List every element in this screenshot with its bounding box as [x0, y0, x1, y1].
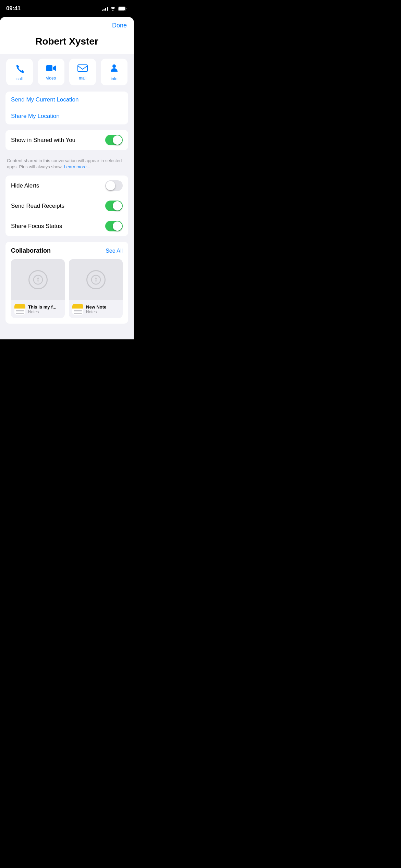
signal-icon: [102, 7, 108, 11]
svg-marker-11: [95, 280, 97, 283]
share-focus-status-row: Share Focus Status: [5, 216, 128, 236]
shared-with-you-label: Show in Shared with You: [11, 137, 75, 144]
home-bar: [44, 342, 90, 344]
collab-item-1-title: This is my f...: [28, 304, 61, 310]
shared-with-you-row: Show in Shared with You: [5, 130, 128, 150]
svg-marker-7: [37, 276, 39, 280]
video-button[interactable]: video: [38, 59, 64, 85]
phone-icon: [15, 63, 24, 74]
collab-info-1: This is my f... Notes: [11, 300, 65, 318]
send-location-button[interactable]: Send My Current Location: [5, 92, 128, 108]
info-button[interactable]: info: [101, 59, 127, 85]
info-label: info: [111, 76, 117, 81]
info-person-icon: [109, 63, 119, 74]
collab-item-2[interactable]: New Note Notes: [69, 259, 123, 318]
done-button[interactable]: Done: [112, 22, 127, 29]
battery-icon: [118, 7, 127, 11]
collaboration-section: Collaboration See All: [5, 242, 128, 324]
video-icon: [46, 64, 56, 74]
collaboration-title: Collaboration: [11, 247, 51, 254]
collab-item-1[interactable]: This is my f... Notes: [11, 259, 65, 318]
collab-preview-2: [69, 259, 123, 300]
status-bar: 09:41: [0, 0, 134, 17]
compass-icon-2: [86, 270, 106, 289]
call-label: call: [16, 76, 23, 81]
send-read-receipts-toggle[interactable]: [105, 201, 123, 211]
svg-point-5: [112, 64, 116, 68]
svg-rect-3: [46, 65, 52, 71]
sheet-header: Done: [0, 17, 134, 34]
collab-info-2: New Note Notes: [69, 300, 123, 318]
notes-app-icon-2: [72, 304, 83, 315]
sheet-container: Done Robert Xyster call video: [0, 17, 134, 339]
collab-item-2-title: New Note: [86, 304, 119, 310]
video-label: video: [46, 76, 56, 81]
collab-item-1-app: Notes: [28, 310, 61, 314]
collab-preview-1: [11, 259, 65, 300]
call-button[interactable]: call: [6, 59, 33, 85]
wifi-icon: [110, 7, 116, 11]
svg-marker-10: [95, 276, 97, 280]
location-section: Send My Current Location Share My Locati…: [5, 92, 128, 124]
svg-point-0: [112, 10, 113, 11]
settings-section: Hide Alerts Send Read Receipts Share Foc…: [5, 176, 128, 236]
share-focus-status-toggle[interactable]: [105, 221, 123, 231]
svg-rect-4: [78, 65, 87, 72]
status-icons: [102, 7, 127, 11]
hide-alerts-row: Hide Alerts: [5, 176, 128, 196]
learn-more-link[interactable]: Learn more...: [64, 164, 90, 169]
collaboration-header: Collaboration See All: [11, 247, 123, 254]
contact-name: Robert Xyster: [0, 34, 134, 54]
hide-alerts-label: Hide Alerts: [11, 182, 39, 189]
status-time: 09:41: [6, 5, 21, 12]
compass-icon-1: [28, 270, 48, 289]
mail-label: mail: [79, 76, 86, 81]
svg-marker-8: [37, 280, 39, 283]
see-all-button[interactable]: See All: [106, 248, 123, 254]
collaboration-items: This is my f... Notes: [11, 259, 123, 318]
shared-with-you-section: Show in Shared with You: [5, 130, 128, 150]
shared-with-you-helper: Content shared in this conversation will…: [0, 156, 134, 176]
send-read-receipts-label: Send Read Receipts: [11, 203, 64, 209]
send-read-receipts-row: Send Read Receipts: [5, 196, 128, 216]
actions-row: call video mail: [0, 54, 134, 92]
svg-rect-2: [119, 7, 125, 10]
home-indicator: [0, 339, 134, 345]
collab-item-2-app: Notes: [86, 310, 119, 314]
shared-with-you-toggle[interactable]: [105, 135, 123, 145]
hide-alerts-toggle[interactable]: [105, 180, 123, 191]
notes-app-icon-1: [14, 304, 25, 315]
mail-button[interactable]: mail: [69, 59, 96, 85]
share-location-button[interactable]: Share My Location: [5, 108, 128, 124]
mail-icon: [77, 64, 88, 74]
share-focus-status-label: Share Focus Status: [11, 223, 62, 230]
